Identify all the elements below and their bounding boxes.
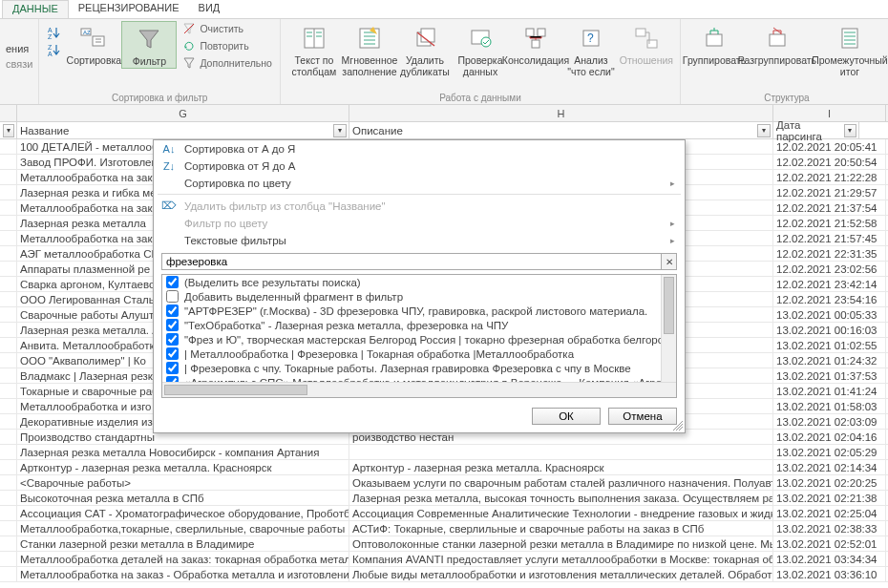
cell-date[interactable]: 13.02.2021 01:02:55 [773, 338, 886, 352]
cell-date[interactable]: 12.02.2021 21:57:45 [773, 231, 886, 245]
tab-view[interactable]: ВИД [189, 0, 230, 18]
filter-value-checkbox[interactable] [166, 362, 179, 374]
cell-date[interactable]: 12.02.2021 20:50:54 [773, 155, 886, 169]
cell-date[interactable]: 12.02.2021 20:05:41 [773, 139, 886, 154]
resize-grip[interactable] [673, 421, 683, 430]
tab-data[interactable]: ДАННЫЕ [2, 0, 69, 18]
cell-name[interactable]: Ассоциация CAT - Хроматографическое обор… [17, 506, 349, 520]
cell-date[interactable]: 12.02.2021 21:52:58 [773, 216, 886, 230]
cell-desc[interactable]: Компания AVANTI предоставляет услуги мет… [349, 552, 773, 566]
filter-value-item[interactable]: "АРТФРЕЗЕР" (г.Москва) - 3D фрезеровка Ч… [162, 304, 676, 318]
table-row[interactable]: Металлообработка,токарные, сверлильные, … [0, 521, 888, 536]
sort-button[interactable]: AZ Сортировка [66, 21, 121, 67]
filter-button[interactable]: Фильтр [121, 21, 177, 69]
ungroup-button[interactable]: Разгруппировать [742, 21, 813, 67]
cell-date[interactable]: 13.02.2021 01:58:03 [773, 399, 886, 413]
cell-date[interactable]: 13.02.2021 01:24:32 [773, 353, 886, 368]
cell-name[interactable]: Высокоточная резка металла в СПб [17, 491, 349, 505]
relationships-button[interactable]: Отношения [619, 21, 674, 67]
filter-arrow-desc[interactable]: ▾ [757, 124, 771, 137]
cell-date[interactable]: 13.02.2021 02:25:04 [773, 506, 886, 520]
cancel-button[interactable]: Отмена [608, 408, 677, 425]
filter-list-hscrollbar[interactable] [162, 382, 676, 397]
cell-name[interactable]: Металлообработка на заказ - Обработка ме… [17, 567, 349, 581]
table-row[interactable]: Высокоточная резка металла в СПбЛазерная… [0, 491, 888, 506]
filter-value-item[interactable]: "Фрез и Ю", творческая мастерская Белгор… [162, 332, 676, 346]
cell-date[interactable]: 12.02.2021 23:42:14 [773, 277, 886, 291]
cell-date[interactable]: 13.02.2021 00:16:03 [773, 323, 886, 337]
table-row[interactable]: <Сварочные работы>Оказываем услуги по св… [0, 475, 888, 491]
add-current-checkbox[interactable] [166, 290, 179, 303]
remove-duplicates-button[interactable]: Удалить дубликаты [397, 21, 453, 77]
cell-date[interactable]: 13.02.2021 03:36:10 [773, 567, 886, 581]
col-letter-g[interactable]: G [17, 105, 349, 121]
cell-name[interactable]: Металлообработка,токарные, сверлильные, … [17, 521, 349, 536]
cell-date[interactable]: 13.02.2021 03:34:34 [773, 552, 886, 566]
cell-date[interactable]: 13.02.2021 02:20:25 [773, 475, 886, 490]
filter-arrow-date[interactable]: ▾ [844, 124, 856, 137]
sort-asc-button[interactable]: AZ [45, 25, 62, 40]
cell-date[interactable]: 12.02.2021 21:29:57 [773, 185, 886, 200]
table-row[interactable]: Станки лазерной резки металла в Владимир… [0, 536, 888, 552]
cell-desc[interactable]: Ассоциация Современные Аналитические Тех… [349, 506, 773, 520]
cell-date[interactable]: 13.02.2021 02:38:33 [773, 521, 886, 536]
group-button[interactable]: Группировать [687, 21, 742, 67]
cell-name[interactable]: Станки лазерной резки металла в Владимир… [17, 536, 349, 551]
text-filters-item[interactable]: Текстовые фильтры▸ [154, 232, 685, 249]
cell-date[interactable]: 12.02.2021 23:02:56 [773, 262, 886, 276]
cell-name[interactable]: Металлообработка деталей на заказ: токар… [17, 552, 349, 566]
filter-values-list[interactable]: (Выделить все результаты поиска) Добавит… [161, 274, 677, 398]
subtotal-button[interactable]: Промежуточный итог [813, 21, 887, 77]
table-row[interactable]: Лазерная резка металла Новосибирск - ком… [0, 445, 888, 460]
filter-value-checkbox[interactable] [166, 304, 179, 317]
filter-value-checkbox[interactable] [166, 347, 179, 360]
flash-fill-button[interactable]: Мгновенное заполнение [342, 21, 397, 77]
cell-desc[interactable]: АСТиФ: Токарные, сверлильные и сварочные… [349, 521, 773, 536]
cell-desc[interactable]: Любые виды металлообработки и изготовлен… [349, 567, 773, 581]
cell-date[interactable]: 13.02.2021 02:52:01 [773, 536, 886, 551]
table-row[interactable]: Ассоциация CAT - Хроматографическое обор… [0, 506, 888, 521]
tab-review[interactable]: РЕЦЕНЗИРОВАНИЕ [69, 0, 189, 18]
filter-arrow-name[interactable]: ▾ [333, 124, 347, 137]
cell-date[interactable]: 13.02.2021 01:37:53 [773, 368, 886, 383]
sort-za-item[interactable]: Z↓Сортировка от Я до А [154, 158, 685, 175]
sort-by-color-item[interactable]: Сортировка по цвету▸ [154, 175, 685, 192]
cell-date[interactable]: 13.02.2021 02:04:16 [773, 430, 886, 444]
sort-desc-button[interactable]: ZA [45, 42, 62, 57]
cell-desc[interactable]: Лазерная резка металла, высокая точность… [349, 491, 773, 505]
filter-value-item[interactable]: | Металлообработка | Фрезеровка | Токарн… [162, 346, 676, 361]
cell-date[interactable]: 12.02.2021 21:22:28 [773, 170, 886, 184]
cell-date[interactable]: 12.02.2021 22:31:35 [773, 246, 886, 261]
cell-desc[interactable]: Артконтур - лазерная резка металла. Крас… [349, 460, 773, 474]
what-if-button[interactable]: ?Анализ "что если" [563, 21, 619, 77]
reapply-filter-button[interactable]: Повторить [180, 38, 274, 53]
cell-desc[interactable]: Оптоволоконные станки лазерной резки мет… [349, 536, 773, 551]
col-letter-h[interactable]: H [349, 105, 773, 121]
filter-value-item[interactable]: | Фрезеровка с чпу. Токарные работы. Лаз… [162, 361, 676, 375]
cell-date[interactable]: 13.02.2021 02:03:09 [773, 414, 886, 429]
filter-arrow-f[interactable]: ▾ [3, 124, 14, 137]
cell-date[interactable]: 12.02.2021 21:37:54 [773, 200, 886, 215]
cell-name[interactable]: Артконтур - лазерная резка металла. Крас… [17, 460, 349, 474]
filter-value-checkbox[interactable] [166, 333, 179, 346]
cell-date[interactable]: 13.02.2021 00:05:33 [773, 307, 886, 322]
cell-name[interactable]: <Сварочные работы> [17, 475, 349, 490]
consolidate-button[interactable]: Консолидация [508, 21, 563, 67]
clear-search-button[interactable]: ✕ [662, 253, 677, 270]
table-row[interactable]: Металлообработка на заказ - Обработка ме… [0, 567, 888, 582]
cell-desc[interactable]: Оказываем услуги по сварочным работам ст… [349, 475, 773, 490]
table-row[interactable]: Металлообработка деталей на заказ: токар… [0, 552, 888, 567]
table-row[interactable]: Артконтур - лазерная резка металла. Крас… [0, 460, 888, 475]
filter-list-vscrollbar[interactable] [661, 275, 676, 382]
cell-date[interactable]: 12.02.2021 23:54:16 [773, 292, 886, 306]
filter-value-item[interactable]: "ТехОбработка" - Лазерная резка металла,… [162, 318, 676, 332]
filter-search-input[interactable] [161, 253, 662, 270]
text-to-columns-button[interactable]: Текст по столбцам [286, 21, 342, 77]
ok-button[interactable]: ОК [532, 408, 601, 425]
cell-date[interactable]: 13.02.2021 02:14:34 [773, 460, 886, 474]
clear-filter-button[interactable]: Очистить [180, 21, 274, 36]
select-all-checkbox[interactable] [166, 276, 179, 288]
cell-date[interactable]: 13.02.2021 02:21:38 [773, 491, 886, 505]
cell-desc[interactable] [349, 445, 773, 459]
cell-date[interactable]: 13.02.2021 02:05:29 [773, 445, 886, 459]
